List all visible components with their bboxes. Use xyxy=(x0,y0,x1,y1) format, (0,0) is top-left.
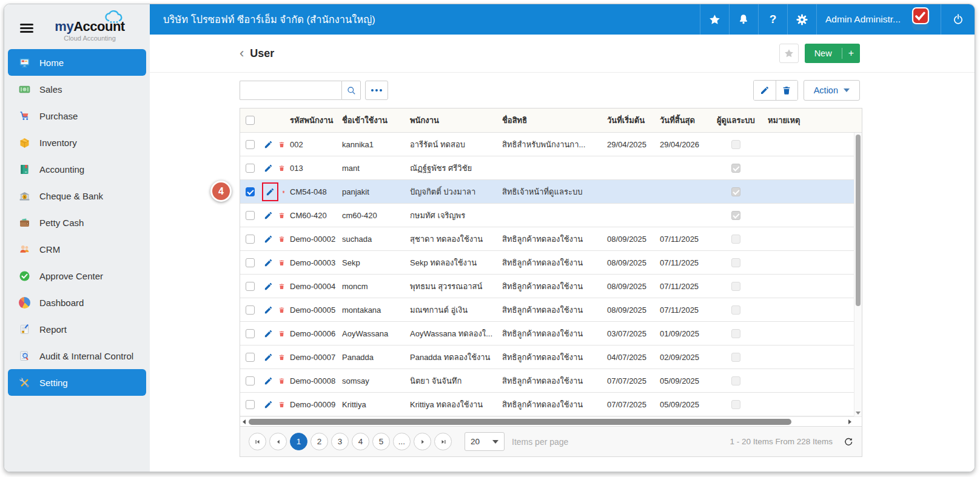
scroll-right-arrow[interactable] xyxy=(846,417,854,426)
delete-selected-button[interactable] xyxy=(776,81,797,100)
edit-row-icon[interactable] xyxy=(264,376,273,385)
admin-checkbox[interactable] xyxy=(731,329,740,338)
edit-row-icon[interactable] xyxy=(264,258,273,267)
table-row[interactable]: Demo-00004 moncm พุทธมน สุวรรณอาสน์ สิทธ… xyxy=(240,275,862,298)
table-row[interactable]: 002 kannika1 อารีรัตน์ ทดสอบ สิทธิสำหรับ… xyxy=(240,133,862,156)
admin-checkbox[interactable] xyxy=(731,258,740,267)
sidebar-item-petty-cash[interactable]: Petty Cash xyxy=(4,209,150,236)
horizontal-scrollbar[interactable] xyxy=(240,416,862,426)
edit-row-icon[interactable] xyxy=(264,353,273,362)
column-header-start[interactable]: วันที่เริ่มต้น xyxy=(602,114,655,127)
first-page-button[interactable] xyxy=(249,433,266,450)
sidebar-item-inventory[interactable]: Inventory xyxy=(4,129,150,156)
vertical-scrollbar[interactable] xyxy=(854,133,862,416)
edit-row-icon[interactable] xyxy=(264,164,273,173)
search-button[interactable] xyxy=(341,81,361,100)
bookmark-star-button[interactable] xyxy=(779,44,799,63)
sidebar-item-crm[interactable]: CRM xyxy=(4,236,150,262)
edit-selected-button[interactable] xyxy=(754,81,776,100)
column-header-end[interactable]: วันที่สิ้นสุด xyxy=(655,114,708,127)
page-button-4[interactable]: 4 xyxy=(352,433,369,450)
help-button[interactable]: ? xyxy=(758,4,787,35)
row-checkbox[interactable] xyxy=(246,329,255,338)
sidebar-item-setting[interactable]: Setting xyxy=(8,369,146,396)
scroll-down-arrow[interactable] xyxy=(854,409,862,416)
admin-checkbox[interactable] xyxy=(731,187,740,196)
row-checkbox[interactable] xyxy=(246,258,255,267)
page-button-3[interactable]: 3 xyxy=(331,433,349,450)
column-header-note[interactable]: หมายเหตุ xyxy=(763,114,854,127)
edit-row-icon[interactable] xyxy=(264,400,273,409)
logout-button[interactable] xyxy=(941,4,975,35)
delete-row-icon[interactable] xyxy=(278,211,285,220)
prev-page-button[interactable] xyxy=(269,433,287,450)
table-row[interactable]: Demo-00002 suchada สุชาดา ทดลองใช้งาน สิ… xyxy=(240,227,862,251)
row-checkbox[interactable] xyxy=(246,187,255,196)
sidebar-item-purchase[interactable]: Purchase xyxy=(4,102,150,129)
delete-row-icon[interactable] xyxy=(278,329,285,338)
items-per-page-select[interactable]: 20 xyxy=(465,432,505,451)
table-row[interactable]: Demo-00009 Krittiya Krittiya ทดลองใช้งาน… xyxy=(240,393,862,416)
table-row[interactable]: Demo-00005 montakana มณฑกานต์ อู่เงิน สิ… xyxy=(240,298,862,322)
page-button-5[interactable]: 5 xyxy=(372,433,390,450)
refresh-button[interactable] xyxy=(844,437,853,447)
delete-row-icon[interactable] xyxy=(278,235,285,244)
row-checkbox[interactable] xyxy=(246,282,255,291)
column-header-permission[interactable]: ชื่อสิทธิ xyxy=(497,114,602,127)
sidebar-item-approve-center[interactable]: Approve Center xyxy=(4,262,150,289)
admin-checkbox[interactable] xyxy=(731,305,740,315)
sidebar-item-cheque-bank[interactable]: $ Cheque & Bank xyxy=(4,182,150,209)
edit-row-icon[interactable] xyxy=(264,211,273,220)
admin-checkbox[interactable] xyxy=(731,282,740,291)
row-checkbox[interactable] xyxy=(246,305,255,315)
column-header-employee[interactable]: พนักงาน xyxy=(405,114,497,127)
delete-row-icon[interactable] xyxy=(278,140,285,149)
row-checkbox[interactable] xyxy=(246,400,255,409)
table-row[interactable]: Demo-00008 somsay นิตยา จันจันทึก สิทธิล… xyxy=(240,369,862,393)
edit-row-icon[interactable] xyxy=(264,235,273,244)
horizontal-scroll-thumb[interactable] xyxy=(249,419,791,425)
new-button[interactable]: New + xyxy=(805,44,860,63)
page-ellipsis-button[interactable]: ... xyxy=(393,433,411,450)
action-dropdown[interactable]: Action xyxy=(804,80,860,101)
table-row[interactable]: Demo-00003 Sekp Sekp ทดลองใช้งาน สิทธิลู… xyxy=(240,251,862,275)
sidebar-item-audit[interactable]: Audit & Internal Control xyxy=(4,342,150,369)
sidebar-item-sales[interactable]: Sales xyxy=(4,76,150,102)
delete-row-icon[interactable] xyxy=(278,282,285,291)
row-checkbox[interactable] xyxy=(246,353,255,362)
back-chevron-icon[interactable]: ‹ xyxy=(240,47,244,60)
last-page-button[interactable] xyxy=(434,433,452,450)
settings-button[interactable] xyxy=(787,4,816,35)
admin-checkbox[interactable] xyxy=(731,400,740,409)
favorite-star-button[interactable] xyxy=(700,4,729,35)
scroll-left-arrow[interactable] xyxy=(240,417,248,426)
select-all-checkbox[interactable] xyxy=(246,116,255,125)
edit-row-icon[interactable] xyxy=(264,329,273,338)
admin-checkbox[interactable] xyxy=(731,164,740,173)
next-page-button[interactable] xyxy=(414,433,431,450)
sidebar-item-home[interactable]: Home xyxy=(8,49,146,76)
delete-row-icon[interactable] xyxy=(278,258,285,267)
row-checkbox[interactable] xyxy=(246,376,255,385)
delete-row-icon[interactable] xyxy=(278,400,285,409)
row-checkbox[interactable] xyxy=(246,140,255,149)
row-checkbox[interactable] xyxy=(246,235,255,244)
table-row[interactable]: Demo-00007 Panadda Panadda ทดลองใช้งาน ส… xyxy=(240,345,862,369)
edit-row-icon[interactable] xyxy=(264,282,273,291)
delete-row-icon[interactable] xyxy=(278,376,285,385)
delete-row-icon[interactable] xyxy=(278,353,285,362)
admin-checkbox[interactable] xyxy=(731,211,740,220)
table-row[interactable]: CM60-420 cm60-420 กษมทัศ เจริญพร xyxy=(240,204,862,227)
notifications-button[interactable] xyxy=(729,4,758,35)
column-header-username[interactable]: ชื่อเข้าใช้งาน xyxy=(337,114,405,127)
user-menu[interactable]: Admin Administr... xyxy=(816,4,941,35)
sidebar-item-dashboard[interactable]: Dashboard xyxy=(4,289,150,316)
vertical-scroll-thumb[interactable] xyxy=(856,135,861,306)
page-button-2[interactable]: 2 xyxy=(310,433,328,450)
admin-checkbox[interactable] xyxy=(731,140,740,149)
hamburger-menu-icon[interactable] xyxy=(20,24,33,33)
row-checkbox[interactable] xyxy=(246,211,255,220)
page-button-1[interactable]: 1 xyxy=(290,433,307,450)
edit-row-icon[interactable] xyxy=(264,140,273,149)
delete-row-icon[interactable] xyxy=(278,164,285,173)
